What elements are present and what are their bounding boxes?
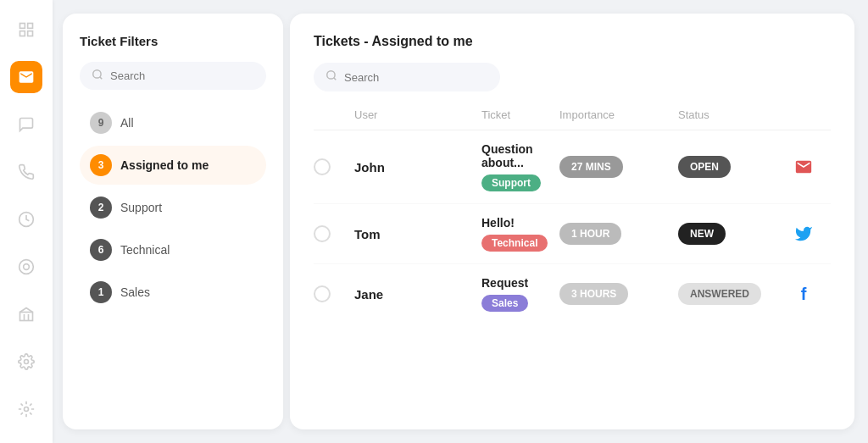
ticket-info: Hello! Technical bbox=[481, 216, 559, 252]
filters-panel: Ticket Filters 9 All 3 Assigned to me bbox=[63, 14, 283, 429]
status-badge: NEW bbox=[678, 223, 726, 245]
filter-item-technical[interactable]: 6 Technical bbox=[80, 230, 266, 269]
ticket-tag: Sales bbox=[481, 295, 528, 312]
table-header: User Ticket Importance Status bbox=[314, 105, 831, 130]
svg-rect-3 bbox=[28, 31, 33, 36]
email-icon bbox=[788, 152, 819, 182]
importance-cell: 27 MINS bbox=[559, 156, 678, 178]
sidebar-icon-mail[interactable] bbox=[10, 61, 42, 93]
status-cell: ANSWERED bbox=[678, 283, 788, 305]
filter-label-support: Support bbox=[120, 201, 162, 214]
user-name: John bbox=[354, 160, 481, 174]
status-cell: NEW bbox=[678, 223, 788, 245]
social-cell bbox=[788, 219, 831, 249]
sidebar-icon-settings2[interactable] bbox=[10, 393, 42, 425]
ticket-title: Question about... bbox=[481, 142, 559, 169]
filter-item-sales[interactable]: 1 Sales bbox=[80, 273, 266, 312]
svg-point-14 bbox=[327, 71, 335, 79]
filters-panel-title: Ticket Filters bbox=[80, 34, 266, 48]
sidebar-icon-building[interactable] bbox=[10, 298, 42, 330]
row-checkbox[interactable] bbox=[314, 225, 354, 242]
tickets-search-box[interactable] bbox=[314, 63, 500, 91]
filter-label-sales: Sales bbox=[120, 285, 150, 299]
svg-point-6 bbox=[24, 264, 30, 270]
svg-point-12 bbox=[93, 70, 101, 78]
svg-rect-1 bbox=[28, 24, 33, 29]
filter-badge-all: 9 bbox=[90, 112, 112, 134]
svg-point-11 bbox=[25, 407, 29, 412]
tickets-table: User Ticket Importance Status John Quest… bbox=[314, 105, 831, 409]
importance-badge: 1 HOUR bbox=[559, 223, 621, 245]
sidebar-icon-phone[interactable] bbox=[10, 156, 42, 188]
facebook-icon: f bbox=[788, 279, 819, 309]
importance-badge: 27 MINS bbox=[559, 156, 623, 178]
ticket-tag: Technical bbox=[481, 235, 548, 252]
filter-badge-sales: 1 bbox=[90, 281, 112, 303]
importance-cell: 3 HOURS bbox=[559, 283, 678, 305]
col-user: User bbox=[354, 108, 481, 121]
col-ticket: Ticket bbox=[481, 108, 559, 121]
status-cell: OPEN bbox=[678, 156, 788, 178]
filter-label-technical: Technical bbox=[120, 243, 170, 257]
svg-line-15 bbox=[334, 78, 337, 80]
ticket-tag: Support bbox=[481, 174, 541, 191]
sidebar-icon-circle[interactable] bbox=[10, 251, 42, 283]
filter-list: 9 All 3 Assigned to me 2 Support 6 Techn… bbox=[80, 103, 266, 312]
filters-search-icon bbox=[92, 69, 103, 83]
filter-item-support[interactable]: 2 Support bbox=[80, 188, 266, 227]
col-social bbox=[788, 108, 831, 121]
svg-rect-0 bbox=[20, 24, 25, 29]
sidebar-icon-chat[interactable] bbox=[10, 108, 42, 141]
twitter-icon bbox=[788, 219, 819, 249]
col-status: Status bbox=[678, 108, 788, 121]
filter-badge-technical: 6 bbox=[90, 239, 112, 261]
ticket-title: Hello! bbox=[481, 216, 559, 230]
social-cell bbox=[788, 152, 831, 182]
sidebar-icon-grid[interactable] bbox=[10, 14, 42, 46]
tickets-search-input[interactable] bbox=[344, 71, 488, 84]
ticket-info: Question about... Support bbox=[481, 142, 559, 191]
importance-cell: 1 HOUR bbox=[559, 223, 678, 245]
status-badge: ANSWERED bbox=[678, 283, 761, 305]
svg-rect-2 bbox=[20, 31, 25, 36]
col-checkbox bbox=[314, 108, 354, 121]
table-row: John Question about... Support 27 MINS O… bbox=[314, 130, 831, 204]
svg-rect-7 bbox=[20, 313, 33, 321]
sidebar-icon-clock[interactable] bbox=[10, 203, 42, 235]
social-cell: f bbox=[788, 279, 831, 309]
row-checkbox[interactable] bbox=[314, 285, 354, 302]
filters-search-box[interactable] bbox=[80, 62, 266, 90]
svg-point-10 bbox=[25, 360, 29, 364]
row-checkbox[interactable] bbox=[314, 158, 354, 175]
tickets-search-icon bbox=[326, 69, 337, 85]
svg-point-5 bbox=[19, 260, 34, 274]
ticket-info: Request Sales bbox=[481, 276, 559, 312]
filter-badge-support: 2 bbox=[90, 197, 112, 219]
user-name: Tom bbox=[354, 227, 481, 241]
main-panel-title: Tickets - Assigned to me bbox=[314, 34, 831, 49]
status-badge: OPEN bbox=[678, 156, 731, 178]
main-panel: Tickets - Assigned to me User Ticket Imp… bbox=[290, 14, 854, 429]
filter-item-all[interactable]: 9 All bbox=[80, 103, 266, 142]
filters-search-input[interactable] bbox=[110, 69, 254, 82]
importance-badge: 3 HOURS bbox=[559, 283, 628, 305]
filter-item-assigned[interactable]: 3 Assigned to me bbox=[80, 146, 266, 185]
sidebar bbox=[0, 0, 53, 443]
ticket-title: Request bbox=[481, 276, 559, 290]
sidebar-icon-gear[interactable] bbox=[10, 346, 42, 378]
filter-label-assigned: Assigned to me bbox=[120, 158, 209, 172]
svg-line-13 bbox=[100, 77, 103, 80]
user-name: Jane bbox=[354, 287, 481, 302]
table-row: Jane Request Sales 3 HOURS ANSWERED f bbox=[314, 264, 831, 324]
app-container: Ticket Filters 9 All 3 Assigned to me bbox=[0, 0, 868, 443]
filter-label-all: All bbox=[120, 116, 134, 130]
col-importance: Importance bbox=[559, 108, 678, 121]
filter-badge-assigned: 3 bbox=[90, 154, 112, 176]
table-row: Tom Hello! Technical 1 HOUR NEW bbox=[314, 204, 831, 264]
